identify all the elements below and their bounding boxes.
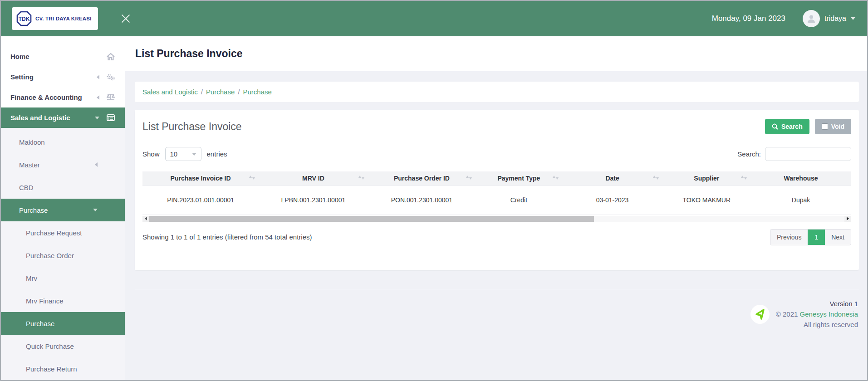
- sidebar-item-makloon[interactable]: Makloon: [1, 131, 125, 153]
- cell-supplier: TOKO MAKMUR: [662, 185, 750, 215]
- cell-purchase-order-id: PON.001.2301.00001: [368, 185, 476, 215]
- sidebar-item-setting[interactable]: Setting: [1, 67, 125, 87]
- sidebar-item-quick-purchase[interactable]: Quick Purchase: [1, 335, 125, 357]
- pagination: Previous 1 Next: [770, 229, 851, 245]
- sidebar-item-label: Home: [10, 53, 29, 60]
- sidebar: Home Setting: [1, 36, 125, 380]
- page-length-select[interactable]: 10: [165, 147, 201, 161]
- card-title: List Purchase Invoice: [142, 121, 765, 133]
- current-date: Monday, 09 Jan 2023: [712, 14, 785, 23]
- sidebar-item-label: Purchase: [26, 320, 54, 327]
- sidebar-item-label: Purchase Order: [26, 252, 74, 259]
- previous-page-button[interactable]: Previous: [770, 230, 808, 245]
- page-length-value: 10: [170, 150, 178, 158]
- sidebar-item-sales-logistic[interactable]: Sales and Logistic: [1, 107, 125, 128]
- chevron-left-icon: [95, 162, 98, 167]
- brand-logo[interactable]: TDK CV. TRI DAYA KREASI: [12, 7, 98, 30]
- list-purchase-invoice-card: List Purchase Invoice Search Void: [135, 110, 859, 270]
- scrollbar-thumb[interactable]: [149, 216, 594, 222]
- footer-version: Version 1: [776, 298, 858, 309]
- column-header-date[interactable]: Date: [562, 171, 663, 185]
- user-menu-caret-icon[interactable]: [851, 17, 855, 20]
- page-number-button[interactable]: 1: [808, 230, 825, 245]
- genesys-indonesia-link[interactable]: Genesys Indonesia: [800, 310, 858, 318]
- table-row[interactable]: PIN.2023.01.001.00001 LPBN.001.2301.0000…: [142, 185, 851, 215]
- sidebar-item-label: Sales and Logistic: [10, 114, 70, 122]
- sidebar-item-label: Setting: [10, 73, 34, 81]
- search-button[interactable]: Search: [765, 119, 809, 134]
- sidebar-item-label: Purchase Request: [26, 229, 82, 237]
- sidebar-item-finance-accounting[interactable]: Finance & Accounting: [1, 87, 125, 107]
- tdk-octagon-icon: TDK: [16, 11, 32, 26]
- scroll-right-arrow-icon[interactable]: [844, 216, 851, 222]
- purchase-invoice-table: Purchase Invoice ID MRV ID Purchase Orde…: [142, 171, 851, 215]
- column-header-purchase-order-id[interactable]: Purchase Order ID: [368, 171, 476, 185]
- list-box-icon: [106, 114, 116, 121]
- app-window: TDK CV. TRI DAYA KREASI Monday, 09 Jan 2…: [0, 0, 868, 381]
- sidebar-item-purchase-order[interactable]: Purchase Order: [1, 244, 125, 267]
- footer-copyright: © 2021 Genesys Indonesia: [776, 309, 858, 319]
- genesys-logo-icon: [750, 305, 770, 324]
- table-search-input[interactable]: [765, 147, 851, 161]
- sidebar-item-label: Mrv: [26, 274, 37, 282]
- copyright-year: © 2021: [776, 310, 798, 318]
- column-header-purchase-invoice-id[interactable]: Purchase Invoice ID: [142, 171, 259, 185]
- sidebar-item-purchase-return[interactable]: Purchase Return: [1, 357, 125, 380]
- sidebar-item-purchase[interactable]: Purchase: [1, 312, 125, 335]
- sort-icon: [249, 175, 255, 180]
- content-area: Sales and Logistic / Purchase / Purchase…: [125, 71, 867, 380]
- sidebar-item-cbd[interactable]: CBD: [1, 176, 125, 199]
- column-header-mrv-id[interactable]: MRV ID: [259, 171, 368, 185]
- page-title: List Purchase Invoice: [135, 48, 242, 60]
- cell-warehouse: Dupak: [750, 185, 851, 215]
- sidebar-item-label: Quick Purchase: [26, 342, 74, 350]
- breadcrumb-purchase-group[interactable]: Purchase: [206, 88, 235, 96]
- entries-info: Showing 1 to 1 of 1 entries (filtered fr…: [142, 233, 770, 241]
- sidebar-item-mrv-finance[interactable]: Mrv Finance: [1, 289, 125, 312]
- sidebar-item-label: Purchase Return: [26, 365, 77, 373]
- show-label: Show: [142, 150, 160, 158]
- void-button[interactable]: Void: [815, 119, 851, 134]
- sidebar-item-mrv[interactable]: Mrv: [1, 267, 125, 289]
- horizontal-scrollbar[interactable]: [142, 216, 851, 222]
- person-icon: [806, 13, 817, 24]
- column-header-payment-type[interactable]: Payment Type: [476, 171, 562, 185]
- breadcrumb-purchase[interactable]: Purchase: [243, 88, 271, 96]
- sidebar-item-master[interactable]: Master: [1, 153, 125, 176]
- sort-icon: [358, 175, 364, 180]
- sidebar-item-label: Makloon: [19, 138, 45, 146]
- user-avatar[interactable]: [803, 10, 820, 27]
- table-controls: Show 10 entries Search:: [142, 147, 851, 161]
- breadcrumb: Sales and Logistic / Purchase / Purchase: [135, 82, 859, 102]
- sidebar-item-purchase-request[interactable]: Purchase Request: [1, 221, 125, 244]
- sidebar-item-home[interactable]: Home: [1, 46, 125, 67]
- void-checkbox[interactable]: [822, 123, 828, 130]
- breadcrumb-sales-logistic[interactable]: Sales and Logistic: [142, 88, 198, 96]
- breadcrumb-separator: /: [238, 88, 240, 96]
- sidebar-item-purchase-group[interactable]: Purchase: [1, 199, 125, 221]
- home-icon: [106, 53, 116, 60]
- next-page-button[interactable]: Next: [825, 230, 851, 245]
- svg-text:TDK: TDK: [19, 16, 30, 22]
- chevron-down-icon: [93, 209, 98, 211]
- cell-mrv-id: LPBN.001.2301.00001: [259, 185, 368, 215]
- cell-payment-type: Credit: [476, 185, 562, 215]
- select-caret-icon: [192, 153, 196, 156]
- scrollbar-track[interactable]: [149, 216, 844, 222]
- sort-icon: [466, 175, 472, 180]
- column-header-warehouse[interactable]: Warehouse: [750, 171, 851, 185]
- username[interactable]: tridaya: [824, 15, 846, 23]
- scroll-left-arrow-icon[interactable]: [142, 216, 149, 222]
- top-navbar: TDK CV. TRI DAYA KREASI Monday, 09 Jan 2…: [1, 1, 867, 36]
- search-button-label: Search: [781, 123, 803, 130]
- balance-scale-icon: [106, 93, 116, 101]
- cell-purchase-invoice-id: PIN.2023.01.001.00001: [142, 185, 259, 215]
- table-header-row: Purchase Invoice ID MRV ID Purchase Orde…: [142, 171, 851, 185]
- sidebar-item-label: Purchase: [19, 206, 48, 214]
- chevron-left-icon: [97, 95, 99, 100]
- column-header-supplier[interactable]: Supplier: [662, 171, 750, 185]
- sidebar-toggle-close-icon[interactable]: [119, 12, 132, 25]
- sidebar-item-label: Mrv Finance: [26, 297, 64, 305]
- sort-icon: [553, 175, 559, 180]
- main-area: List Purchase Invoice Sales and Logistic…: [125, 36, 867, 380]
